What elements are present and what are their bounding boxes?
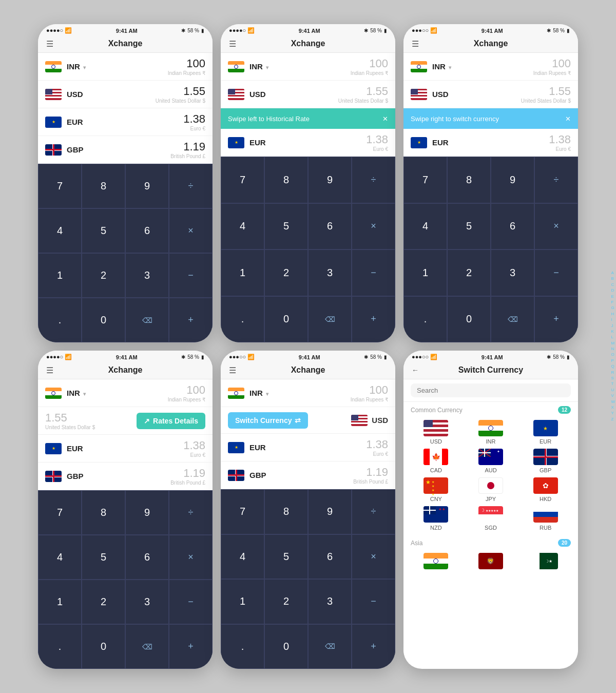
currency-item-aud[interactable]: ✦ AUD	[466, 449, 516, 473]
key-5-1[interactable]: 5	[82, 208, 125, 253]
key-0-4[interactable]: 0	[82, 624, 125, 669]
currency-row-inr-1[interactable]: INR ▾ 100 Indian Rupees ₹	[38, 53, 213, 81]
key-0-2[interactable]: 0	[264, 296, 308, 343]
currency-row-eur-1[interactable]: ★ EUR 1.38 Euro €	[38, 108, 213, 136]
currency-row-eur-3[interactable]: ★ EUR 1.38 Euro €	[403, 129, 578, 157]
key-8-4[interactable]: 8	[82, 490, 125, 535]
key-6-2[interactable]: 6	[308, 203, 352, 250]
key-7-4[interactable]: 7	[38, 490, 82, 535]
key-1-1[interactable]: 1	[38, 253, 82, 298]
key-6-4[interactable]: 6	[125, 535, 169, 580]
key-9-2[interactable]: 9	[308, 157, 352, 203]
currency-item-cny[interactable]: ★ ★ ★ ★ ★ CNY	[411, 477, 461, 502]
key-9-5[interactable]: 9	[308, 489, 352, 534]
key-9-1[interactable]: 9	[125, 164, 169, 208]
key-0-5[interactable]: 0	[264, 624, 308, 669]
key-dot-1[interactable]: .	[38, 298, 82, 342]
key-min-2[interactable]: −	[352, 249, 395, 296]
currency-row-gbp-5[interactable]: GBP 1.19 British Pound £	[221, 461, 395, 489]
key-mul-1[interactable]: ×	[169, 208, 213, 253]
key-mul-5[interactable]: ×	[352, 534, 395, 580]
key-2-2[interactable]: 2	[264, 249, 308, 296]
key-9-3[interactable]: 9	[491, 157, 534, 203]
currency-row-inr-4[interactable]: INR ▾ 100 Indian Rupees ₹	[38, 379, 213, 407]
key-3-4[interactable]: 3	[125, 580, 169, 624]
rates-row-4[interactable]: 1.55 United States Dollar $ ↗ Rates Deta…	[38, 407, 213, 435]
key-4-4[interactable]: 4	[38, 535, 82, 580]
currency-item-jpy[interactable]: JPY	[466, 477, 516, 502]
key-plus-5[interactable]: +	[352, 624, 395, 669]
menu-icon-3[interactable]: ☰	[412, 39, 419, 49]
currency-row-usd-1[interactable]: USD 1.55 United States Dollar $	[38, 81, 213, 108]
key-4-3[interactable]: 4	[403, 203, 447, 250]
currency-row-eur-5[interactable]: ★ EUR 1.38 Euro €	[221, 434, 395, 461]
key-plus-4[interactable]: +	[169, 624, 213, 669]
key-6-1[interactable]: 6	[125, 208, 169, 253]
key-dot-4[interactable]: .	[38, 624, 82, 669]
currency-row-inr-5[interactable]: INR ▾ 100 Indian Rupees ₹	[221, 379, 395, 407]
key-plus-1[interactable]: +	[169, 298, 213, 342]
key-dot-2[interactable]: .	[221, 296, 264, 343]
key-1-5[interactable]: 1	[221, 579, 264, 624]
key-div-4[interactable]: ÷	[169, 490, 213, 535]
key-3-1[interactable]: 3	[125, 253, 169, 298]
key-div-5[interactable]: ÷	[352, 489, 395, 534]
currency-list-scroll[interactable]: Common Currency 12	[403, 402, 578, 669]
currency-item-hkd[interactable]: ✿ HKD	[520, 477, 571, 502]
key-2-5[interactable]: 2	[264, 579, 308, 624]
asia-item-lkr[interactable]: 🦁	[466, 553, 516, 569]
asia-item-pkr[interactable]: ☽★	[520, 553, 571, 569]
key-5-3[interactable]: 5	[447, 203, 491, 250]
currency-item-gbp[interactable]: GBP	[520, 449, 571, 473]
close-icon-3[interactable]: ✕	[565, 115, 571, 123]
switch-currency-button[interactable]: Switch Currency ⇄	[228, 412, 308, 429]
currency-row-eur-2[interactable]: ★ EUR 1.38 Euro €	[221, 129, 395, 157]
currency-row-inr-2[interactable]: INR ▾ 100 Indian Rupees ₹	[221, 53, 395, 81]
key-del-5[interactable]: ⌫	[308, 624, 352, 669]
key-4-2[interactable]: 4	[221, 203, 264, 250]
menu-icon-1[interactable]: ☰	[46, 39, 53, 49]
key-del-2[interactable]: ⌫	[308, 296, 352, 343]
key-div-1[interactable]: ÷	[169, 164, 213, 208]
key-plus-3[interactable]: +	[534, 296, 578, 343]
key-mul-3[interactable]: ×	[534, 203, 578, 250]
key-div-2[interactable]: ÷	[352, 157, 395, 203]
key-3-2[interactable]: 3	[308, 249, 352, 296]
key-min-5[interactable]: −	[352, 579, 395, 624]
key-7-2[interactable]: 7	[221, 157, 264, 203]
switch-currency-row[interactable]: Switch Currency ⇄ USD	[221, 407, 395, 434]
currency-item-inr[interactable]: INR	[466, 420, 516, 445]
key-plus-2[interactable]: +	[352, 296, 395, 343]
key-min-3[interactable]: −	[534, 249, 578, 296]
key-0-1[interactable]: 0	[82, 298, 125, 342]
key-0-3[interactable]: 0	[447, 296, 491, 343]
currency-item-rub[interactable]: RUB	[520, 506, 571, 531]
close-icon-2[interactable]: ✕	[382, 115, 388, 123]
key-1-2[interactable]: 1	[221, 249, 264, 296]
key-del-4[interactable]: ⌫	[125, 624, 169, 669]
key-9-4[interactable]: 9	[125, 490, 169, 535]
key-div-3[interactable]: ÷	[534, 157, 578, 203]
asia-item-inr[interactable]	[411, 553, 461, 569]
key-6-3[interactable]: 6	[491, 203, 534, 250]
key-min-4[interactable]: −	[169, 580, 213, 624]
key-5-4[interactable]: 5	[82, 535, 125, 580]
rates-details-button[interactable]: ↗ Rates Details	[137, 413, 205, 429]
key-8-5[interactable]: 8	[264, 489, 308, 534]
key-8-3[interactable]: 8	[447, 157, 491, 203]
key-7-1[interactable]: 7	[38, 164, 82, 208]
key-1-3[interactable]: 1	[403, 249, 447, 296]
currency-row-usd-3[interactable]: USD 1.55 United States Dollar $	[403, 81, 578, 108]
key-8-1[interactable]: 8	[82, 164, 125, 208]
key-2-1[interactable]: 2	[82, 253, 125, 298]
key-2-3[interactable]: 2	[447, 249, 491, 296]
currency-item-eur[interactable]: ★ EUR	[520, 420, 571, 445]
key-dot-5[interactable]: .	[221, 624, 264, 669]
back-button[interactable]: ←	[412, 366, 419, 374]
key-dot-3[interactable]: .	[403, 296, 447, 343]
menu-icon-5[interactable]: ☰	[229, 365, 236, 375]
menu-icon-2[interactable]: ☰	[229, 39, 236, 49]
key-del-1[interactable]: ⌫	[125, 298, 169, 342]
currency-row-inr-3[interactable]: INR ▾ 100 Indian Rupees ₹	[403, 53, 578, 81]
key-7-5[interactable]: 7	[221, 489, 264, 534]
